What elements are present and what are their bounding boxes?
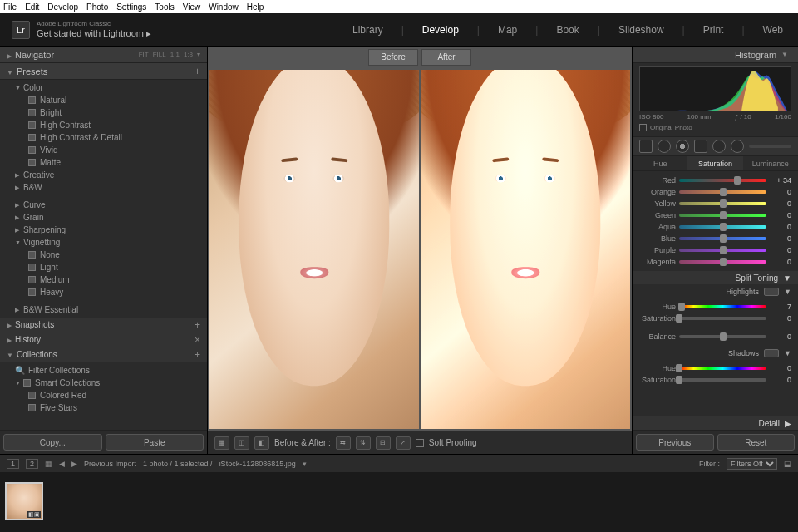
original-photo-checkbox[interactable] [639, 124, 647, 131]
snapshots-header[interactable]: ▶Snapshots + [0, 318, 207, 332]
detail-header[interactable]: Detail▶ [633, 416, 798, 430]
shadows-swatch[interactable] [764, 349, 779, 357]
menu-help[interactable]: Help [247, 2, 264, 12]
reset-button[interactable]: Reset [717, 434, 796, 451]
slider-green[interactable]: Green 0 [639, 209, 791, 221]
slider-track[interactable] [679, 225, 766, 229]
module-library[interactable]: Library [349, 24, 387, 36]
slider-track[interactable] [679, 335, 766, 338]
slider-orange[interactable]: Orange 0 [639, 186, 791, 198]
slider-yellow[interactable]: Yellow 0 [639, 198, 791, 209]
previous-button[interactable]: Previous [636, 434, 714, 451]
slider-magenta[interactable]: Magenta 0 [639, 256, 791, 268]
slider-hue[interactable]: Hue 0 [639, 362, 791, 374]
tab-saturation[interactable]: Saturation [687, 156, 742, 170]
menu-window[interactable]: Window [209, 2, 239, 12]
menu-view[interactable]: View [183, 2, 201, 12]
nav-zoom[interactable]: 1:8 [184, 51, 193, 58]
tab-luminance[interactable]: Luminance [743, 156, 798, 170]
slider-thumb[interactable] [720, 332, 727, 341]
slider-track[interactable] [679, 367, 766, 370]
histogram-graph[interactable] [639, 66, 791, 111]
collection-item[interactable]: Five Stars [0, 401, 207, 414]
slider-thumb[interactable] [676, 376, 682, 384]
slider-purple[interactable]: Purple 0 [639, 244, 791, 256]
module-print[interactable]: Print [700, 24, 727, 36]
preset-group-sharpening[interactable]: ▶Sharpening [0, 224, 207, 236]
slider-track[interactable] [679, 317, 766, 320]
filter-select[interactable]: Filters Off [727, 458, 777, 470]
slider-thumb[interactable] [676, 314, 682, 323]
brand-line2[interactable]: Get started with Lightroom ▸ [37, 28, 151, 38]
next-photo-button[interactable]: ▶ [71, 460, 77, 468]
preset-item[interactable]: High Contrast [0, 119, 207, 131]
module-web[interactable]: Web [760, 24, 786, 36]
preset-group-grain[interactable]: ▶Grain [0, 211, 207, 224]
add-snapshot-button[interactable]: + [195, 319, 200, 331]
redeye-tool[interactable] [676, 140, 689, 153]
preset-item[interactable]: High Contrast & Detail [0, 131, 207, 144]
ba-swap-button[interactable]: ⤢ [396, 436, 411, 450]
slider-thumb[interactable] [720, 246, 727, 254]
menu-tools[interactable]: Tools [155, 2, 174, 12]
menu-photo[interactable]: Photo [86, 2, 108, 12]
slider-thumb[interactable] [734, 176, 741, 185]
preset-group-color[interactable]: ▼Color [0, 81, 207, 94]
menu-develop[interactable]: Develop [47, 2, 78, 12]
slider-thumb[interactable] [720, 234, 727, 243]
slider-thumb[interactable] [676, 364, 682, 372]
radial-filter-tool[interactable] [712, 140, 726, 153]
slider-track[interactable] [679, 202, 766, 205]
preset-group-curve[interactable]: ▶Curve [0, 199, 207, 211]
monitor-1-button[interactable]: 1 [7, 459, 19, 469]
nav-1to1[interactable]: 1:1 [170, 51, 180, 58]
slider-thumb[interactable] [678, 303, 685, 311]
soft-proofing-checkbox[interactable] [416, 439, 424, 447]
grid-view-icon[interactable]: ▦ [45, 460, 52, 468]
preset-item[interactable]: Vivid [0, 144, 207, 156]
ba-split-button[interactable]: ⊟ [376, 436, 391, 450]
brush-tool[interactable] [731, 140, 744, 153]
menu-edit[interactable]: Edit [25, 2, 39, 12]
compare-view-button[interactable]: ◫ [234, 436, 249, 450]
source-label[interactable]: Previous Import [84, 460, 136, 468]
highlights-swatch[interactable] [764, 288, 779, 296]
smart-collections-group[interactable]: ▼Smart Collections [0, 377, 207, 389]
slider-track[interactable] [679, 237, 766, 240]
slider-hue[interactable]: Hue 7 [639, 301, 791, 313]
slider-balance[interactable]: Balance 0 [639, 331, 791, 342]
before-image[interactable] [209, 70, 419, 429]
clear-history-button[interactable]: × [195, 334, 200, 346]
preset-item[interactable]: Medium [0, 273, 207, 286]
slider-track[interactable] [679, 249, 766, 252]
preset-item[interactable]: Bright [0, 106, 207, 119]
after-image[interactable] [421, 70, 630, 429]
preset-item[interactable]: Matte [0, 156, 207, 169]
navigator-header[interactable]: ▶Navigator FIT FILL 1:1 1:8 ▾ [0, 47, 207, 63]
copy-button[interactable]: Copy... [3, 434, 102, 451]
slider-saturation[interactable]: Saturation 0 [639, 374, 791, 386]
preset-group-bw-essential[interactable]: ▶B&W Essential [0, 303, 207, 316]
preset-item[interactable]: None [0, 249, 207, 261]
slider-thumb[interactable] [720, 211, 727, 219]
module-map[interactable]: Map [495, 24, 520, 36]
slider-track[interactable] [679, 190, 766, 194]
menu-file[interactable]: File [3, 2, 17, 12]
histogram-header[interactable]: Histogram▼ [633, 47, 798, 63]
preset-group-creative[interactable]: ▶Creative [0, 169, 207, 181]
filmstrip-thumbnail[interactable]: ◧▣ [5, 482, 43, 520]
module-slideshow[interactable]: Slideshow [615, 24, 667, 36]
chevron-down-icon[interactable]: ▾ [197, 51, 200, 58]
tab-hue[interactable]: Hue [633, 156, 687, 170]
preset-group-bw[interactable]: ▶B&W [0, 181, 207, 194]
slider-blue[interactable]: Blue 0 [639, 233, 791, 244]
preset-group-vignetting[interactable]: ▼Vignetting [0, 236, 207, 249]
slider-track[interactable] [679, 378, 766, 382]
slider-track[interactable] [679, 305, 766, 308]
slider-track[interactable] [679, 214, 766, 217]
slider-thumb[interactable] [720, 258, 727, 266]
ba-top-bottom-button[interactable]: ⇅ [356, 436, 371, 450]
prev-photo-button[interactable]: ◀ [59, 460, 65, 468]
chevron-down-icon[interactable]: ▾ [303, 460, 307, 468]
slider-saturation[interactable]: Saturation 0 [639, 313, 791, 324]
